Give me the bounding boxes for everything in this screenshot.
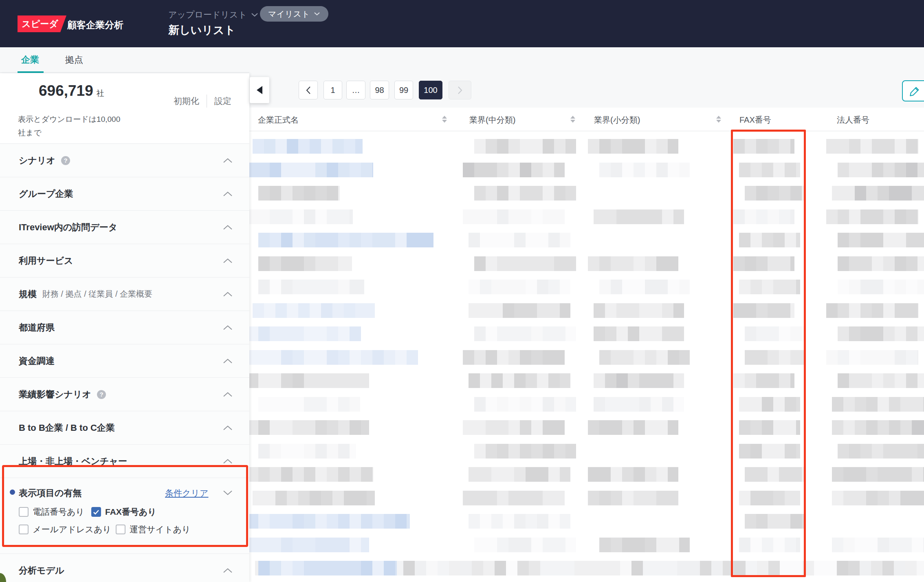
redacted-cell: [733, 303, 794, 318]
table-row[interactable]: [249, 346, 924, 369]
checkbox-label[interactable]: 運営サイトあり: [130, 524, 190, 535]
breadcrumb-label[interactable]: アップロードリスト: [168, 9, 247, 20]
reset-button[interactable]: 初期化: [174, 95, 199, 107]
column-header[interactable]: 業界(小分類): [594, 115, 640, 126]
help-icon[interactable]: ?: [61, 156, 70, 165]
chevron-up-icon[interactable]: [222, 425, 233, 431]
column-header[interactable]: 企業正式名: [258, 115, 299, 126]
filter-section-title: 分析モデル: [19, 564, 64, 577]
table-row[interactable]: [249, 275, 924, 299]
redacted-cell: [739, 233, 800, 247]
table-row[interactable]: [249, 181, 924, 205]
filter-section[interactable]: 分析モデル: [0, 554, 249, 582]
checkbox-unchecked[interactable]: [116, 525, 125, 534]
redacted-cell: [739, 444, 800, 459]
redacted-cell: [469, 467, 570, 482]
pagination-page-current[interactable]: 100: [419, 81, 442, 99]
table-row[interactable]: [249, 509, 924, 533]
table-row[interactable]: [249, 158, 924, 182]
redacted-cell: [832, 491, 924, 505]
table-row[interactable]: [249, 228, 924, 252]
chevron-up-icon[interactable]: [222, 191, 233, 197]
pagination-page-button[interactable]: 99: [394, 81, 413, 99]
chevron-up-icon[interactable]: [222, 567, 233, 573]
pagination-page-button[interactable]: 1: [323, 81, 342, 99]
tab-locations[interactable]: 拠点: [65, 47, 83, 72]
filter-section[interactable]: B to B企業 / B to C企業: [0, 411, 249, 445]
table-row[interactable]: [249, 556, 924, 580]
mylist-label: マイリスト: [268, 9, 310, 20]
chevron-up-icon[interactable]: [222, 157, 233, 163]
sort-icon[interactable]: [570, 116, 575, 125]
checkbox-checked[interactable]: [91, 507, 101, 517]
redacted-cell: [832, 397, 924, 412]
table-row[interactable]: [249, 533, 924, 557]
redacted-cell: [832, 420, 924, 435]
mylist-dropdown[interactable]: マイリスト: [260, 6, 328, 22]
sort-icon[interactable]: [716, 116, 721, 125]
checkbox-label[interactable]: FAX番号あり: [105, 506, 156, 518]
checkbox-unchecked[interactable]: [19, 507, 29, 517]
redacted-cell: [249, 209, 353, 224]
chevron-up-icon[interactable]: [222, 258, 233, 264]
checkbox-unchecked[interactable]: [19, 525, 29, 534]
chevron-down-icon[interactable]: [222, 490, 233, 496]
filter-section[interactable]: 上場・非上場・ベンチャー: [0, 445, 249, 478]
edit-list-button[interactable]: [902, 80, 924, 101]
pagination-page-button[interactable]: …: [346, 81, 365, 99]
redacted-cell: [739, 280, 800, 294]
checkbox-label[interactable]: 電話番号あり: [33, 506, 84, 518]
chevron-up-icon[interactable]: [222, 358, 233, 364]
chevron-up-icon[interactable]: [222, 324, 233, 331]
filter-section[interactable]: シナリオ?: [0, 144, 249, 177]
pagination-page-button[interactable]: 98: [370, 81, 389, 99]
table-row[interactable]: [249, 439, 924, 463]
checkbox-label[interactable]: メールアドレスあり: [33, 524, 111, 535]
filter-section[interactable]: ITreview内の訪問データ: [0, 211, 249, 244]
table-row[interactable]: [249, 205, 924, 229]
table-row[interactable]: [249, 416, 924, 439]
redacted-cell: [463, 350, 565, 365]
filter-section[interactable]: 都道府県: [0, 311, 249, 344]
pagination-prev-button[interactable]: [299, 81, 318, 99]
company-count-value: 696,719: [39, 82, 93, 99]
chevron-up-icon[interactable]: [222, 224, 233, 230]
chevron-up-icon[interactable]: [222, 291, 233, 297]
table-row[interactable]: [249, 369, 924, 392]
filter-section[interactable]: 資金調達: [0, 344, 249, 378]
table-row[interactable]: [249, 322, 924, 346]
redacted-cell: [474, 139, 576, 154]
filter-sidebar: 696,719社 初期化 設定 表示とダウンロードは10,000 社まで シナリ…: [0, 73, 249, 582]
table-row[interactable]: [249, 252, 924, 276]
app-title: 顧客企業分析: [67, 19, 123, 31]
tab-companies[interactable]: 企業: [21, 47, 39, 72]
chevron-up-icon[interactable]: [222, 458, 233, 464]
settings-button[interactable]: 設定: [214, 95, 231, 107]
redacted-cell: [463, 420, 565, 435]
help-icon[interactable]: ?: [97, 390, 106, 399]
redacted-cell: [249, 163, 373, 177]
filter-section[interactable]: 利用サービス: [0, 244, 249, 278]
table-row[interactable]: [249, 463, 924, 486]
clear-conditions-link[interactable]: 条件クリア: [165, 487, 208, 499]
filter-section-display-items[interactable]: 表示項目の有無 条件クリア 電話番号ありFAX番号ありメールアドレスあり運営サイ…: [0, 478, 249, 554]
redacted-cell: [469, 233, 570, 247]
filter-section[interactable]: 業績影響シナリオ?: [0, 378, 249, 411]
chevron-up-icon[interactable]: [222, 391, 233, 397]
table-row[interactable]: [249, 134, 924, 158]
filter-section-label: シナリオ: [19, 154, 55, 167]
sidebar-collapse-button[interactable]: [250, 77, 269, 103]
filter-section[interactable]: グループ企業: [0, 177, 249, 211]
filter-section-title: 資金調達: [19, 355, 55, 367]
filter-section-label: B to B企業 / B to C企業: [19, 422, 115, 434]
redacted-cell: [588, 256, 678, 271]
table-row[interactable]: [249, 392, 924, 416]
table-row[interactable]: [249, 299, 924, 322]
result-summary: 696,719社 初期化 設定 表示とダウンロードは10,000 社まで: [0, 73, 249, 144]
filter-section[interactable]: 規模財務 / 拠点 / 従業員 / 企業概要: [0, 278, 249, 311]
breadcrumb[interactable]: アップロードリスト: [168, 9, 258, 20]
table-row[interactable]: [249, 486, 924, 510]
column-header[interactable]: 業界(中分類): [469, 115, 515, 126]
redacted-cell: [745, 467, 806, 482]
sort-icon[interactable]: [442, 116, 447, 125]
